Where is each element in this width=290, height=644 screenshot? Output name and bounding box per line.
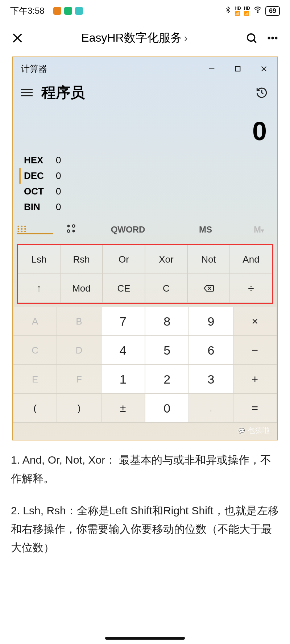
key-up-arrow[interactable]: ↑: [18, 274, 60, 303]
tab-bit-toggle[interactable]: [53, 219, 89, 240]
base-row-oct[interactable]: OCT 0: [19, 184, 271, 199]
svg-point-2: [257, 12, 258, 13]
key-equals[interactable]: =: [233, 394, 277, 423]
key-plus-minus[interactable]: ±: [101, 394, 145, 423]
svg-point-9: [275, 37, 277, 39]
svg-point-23: [67, 225, 70, 227]
mode-tabs: QWORD MS M▾: [13, 219, 277, 240]
home-indicator[interactable]: [105, 637, 185, 640]
wifi-icon: [253, 6, 262, 16]
svg-point-16: [24, 226, 26, 227]
svg-point-8: [271, 37, 274, 39]
key-and[interactable]: And: [230, 245, 272, 274]
svg-point-7: [268, 37, 270, 39]
page-title-text: EasyHR数字化服务: [81, 30, 182, 46]
base-label: OCT: [24, 186, 46, 197]
window-minimize-button[interactable]: [199, 61, 225, 77]
signal-hd-icon-1: HD📶: [235, 6, 241, 16]
wechat-icon: 💬: [237, 426, 246, 435]
tab-keypad[interactable]: [17, 225, 53, 234]
key-6[interactable]: 6: [189, 336, 233, 365]
article-paragraph-2: 2. Lsh, Rsh：全称是Left Shift和Right Shift，也就…: [11, 501, 279, 557]
article-paragraph-1: 1. And, Or, Not, Xor： 最基本的与或非和异或操作，不作解释。: [11, 451, 279, 488]
key-0[interactable]: 0: [145, 394, 189, 423]
key-rsh[interactable]: Rsh: [60, 245, 103, 274]
key-8[interactable]: 8: [145, 307, 189, 336]
calc-display: 0: [13, 105, 277, 152]
key-e[interactable]: E: [13, 365, 57, 394]
key-close-paren[interactable]: ): [57, 394, 101, 423]
key-minus[interactable]: −: [233, 336, 277, 365]
svg-point-26: [72, 230, 75, 233]
key-mod[interactable]: Mod: [60, 274, 103, 303]
article-content: 1. And, Or, Not, Xor： 最基本的与或非和异或操作，不作解释。…: [0, 440, 290, 581]
key-not[interactable]: Not: [187, 245, 230, 274]
signal-hd-icon-2: HD📶: [244, 6, 250, 16]
key-lsh[interactable]: Lsh: [18, 245, 60, 274]
key-a[interactable]: A: [13, 307, 57, 336]
base-label: BIN: [24, 201, 46, 213]
base-value: 0: [56, 170, 61, 181]
base-value: 0: [56, 186, 61, 197]
svg-point-20: [17, 231, 19, 233]
close-icon[interactable]: [10, 31, 25, 45]
app-bar: EasyHR数字化服务 ›: [0, 22, 290, 54]
svg-point-17: [17, 228, 19, 230]
page-title[interactable]: EasyHR数字化服务 ›: [31, 30, 238, 46]
key-c-hex[interactable]: C: [13, 336, 57, 365]
status-bar: 下午3:58 HD📶 HD📶 69: [0, 0, 290, 22]
base-row-bin[interactable]: BIN 0: [19, 199, 271, 215]
key-d[interactable]: D: [57, 336, 101, 365]
svg-point-25: [67, 230, 70, 233]
svg-point-14: [17, 226, 19, 227]
battery-indicator: 69: [265, 6, 280, 16]
calculator-window: 计算器 程序员 0 HEX 0 DEC 0 O: [12, 57, 278, 440]
status-time: 下午3:58: [10, 5, 45, 17]
key-b[interactable]: B: [57, 307, 101, 336]
key-divide[interactable]: ÷: [230, 274, 272, 303]
base-row-dec[interactable]: DEC 0: [19, 168, 271, 184]
tab-memory-dropdown[interactable]: M▾: [244, 219, 273, 240]
key-2[interactable]: 2: [145, 365, 189, 394]
svg-point-21: [21, 231, 23, 233]
search-icon[interactable]: [244, 31, 259, 45]
key-dot[interactable]: .: [189, 394, 233, 423]
key-4[interactable]: 4: [101, 336, 145, 365]
key-f[interactable]: F: [57, 365, 101, 394]
key-c[interactable]: C: [145, 274, 187, 303]
svg-point-18: [21, 228, 23, 230]
key-xor[interactable]: Xor: [145, 245, 187, 274]
tab-m-label: M: [254, 225, 261, 234]
app-icon-3: [75, 7, 83, 15]
window-close-button[interactable]: [251, 61, 277, 77]
base-value: 0: [56, 201, 61, 213]
key-backspace[interactable]: [187, 274, 230, 303]
key-5[interactable]: 5: [145, 336, 189, 365]
key-7[interactable]: 7: [101, 307, 145, 336]
tab-memory-store[interactable]: MS: [167, 219, 244, 240]
tab-word-size[interactable]: QWORD: [89, 219, 167, 240]
window-title: 计算器: [21, 63, 47, 75]
menu-icon[interactable]: [21, 89, 33, 96]
history-icon[interactable]: [254, 85, 269, 100]
watermark: 💬 包猿啦: [237, 426, 270, 435]
key-1[interactable]: 1: [101, 365, 145, 394]
calc-mode-label: 程序员: [41, 83, 85, 103]
window-maximize-button[interactable]: [225, 61, 251, 77]
key-ce[interactable]: CE: [103, 274, 145, 303]
chevron-down-icon: ▾: [261, 227, 264, 234]
base-row-hex[interactable]: HEX 0: [19, 152, 271, 168]
watermark-text: 包猿啦: [248, 426, 270, 435]
key-multiply[interactable]: ×: [233, 307, 277, 336]
app-icon-1: [53, 7, 61, 15]
more-icon[interactable]: [265, 31, 280, 45]
key-9[interactable]: 9: [189, 307, 233, 336]
highlighted-operators: Lsh Rsh Or Xor Not And ↑ Mod CE C ÷: [17, 244, 273, 304]
chevron-right-icon: ›: [184, 32, 188, 44]
svg-line-6: [254, 40, 256, 43]
key-open-paren[interactable]: (: [13, 394, 57, 423]
key-or[interactable]: Or: [103, 245, 145, 274]
window-titlebar: 计算器: [13, 57, 277, 80]
key-plus[interactable]: +: [233, 365, 277, 394]
key-3[interactable]: 3: [189, 365, 233, 394]
